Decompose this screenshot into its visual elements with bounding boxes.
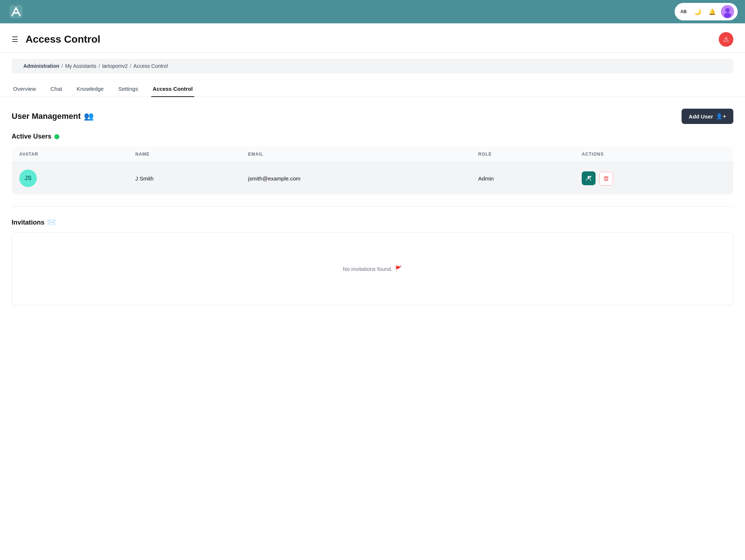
user-avatar: JS xyxy=(19,170,37,187)
active-users-title: Active Users xyxy=(12,133,733,140)
col-avatar: AVATAR xyxy=(12,147,128,162)
alert-button[interactable]: ⚠ xyxy=(719,32,733,47)
tab-chat[interactable]: Chat xyxy=(49,82,64,97)
user-management-title: User Management 👥 xyxy=(12,112,94,121)
tab-settings[interactable]: Settings xyxy=(117,82,139,97)
breadcrumb-access-control[interactable]: Access Control xyxy=(133,63,168,69)
add-user-button[interactable]: Add User 👤+ xyxy=(682,109,733,124)
content-area: User Management 👥 Add User 👤+ Active Use… xyxy=(0,97,745,317)
users-table-body: JS J Smith jsmith@example.com Admin xyxy=(12,162,733,195)
breadcrumb-administration[interactable]: Administration xyxy=(23,63,59,69)
notification-button[interactable]: 🔔 xyxy=(706,6,718,18)
section-divider xyxy=(12,206,733,207)
no-invitations-message: No invitations found. 🚩 xyxy=(343,265,402,272)
ab-toggle-button[interactable]: AB xyxy=(678,8,689,16)
cell-role: Admin xyxy=(471,162,574,195)
invitations-title: Invitations ✉️ xyxy=(12,218,733,226)
topbar: AB 🌙 🔔 xyxy=(0,0,745,23)
tab-access-control[interactable]: Access Control xyxy=(151,82,194,97)
cell-name: J Smith xyxy=(128,162,241,195)
cell-actions xyxy=(574,162,733,195)
users-table-header: AVATAR NAME EMAIL ROLE ACTIONS xyxy=(12,147,733,162)
breadcrumb-sep-3: / xyxy=(130,63,131,69)
cell-email: jsmith@example.com xyxy=(241,162,471,195)
breadcrumb: Administration / My Assistants / tartopo… xyxy=(12,59,733,73)
main-wrapper: ☰ Access Control ⚠ Administration / My A… xyxy=(0,23,745,560)
breadcrumb-tartopomv2[interactable]: tartopomv2 xyxy=(102,63,128,69)
col-name: NAME xyxy=(128,147,241,162)
col-actions: ACTIONS xyxy=(574,147,733,162)
breadcrumb-sep-1: / xyxy=(62,63,63,69)
page-header: ☰ Access Control ⚠ xyxy=(0,23,745,53)
page-title: Access Control xyxy=(26,34,719,45)
dark-mode-button[interactable]: 🌙 xyxy=(692,6,703,18)
cell-avatar: JS xyxy=(12,162,128,195)
tab-overview[interactable]: Overview xyxy=(12,82,38,97)
topbar-controls: AB 🌙 🔔 xyxy=(675,3,738,20)
breadcrumb-my-assistants[interactable]: My Assistants xyxy=(65,63,97,69)
svg-point-2 xyxy=(725,8,730,12)
change-role-button[interactable] xyxy=(582,171,596,185)
svg-point-3 xyxy=(724,13,731,18)
tab-nav: Overview Chat Knowledge Settings Access … xyxy=(0,79,745,97)
col-role: ROLE xyxy=(471,147,574,162)
menu-icon[interactable]: ☰ xyxy=(12,35,18,44)
logo[interactable] xyxy=(7,3,25,20)
col-email: EMAIL xyxy=(241,147,471,162)
user-management-header: User Management 👥 Add User 👤+ xyxy=(12,109,733,124)
breadcrumb-sep-2: / xyxy=(98,63,100,69)
svg-rect-0 xyxy=(9,5,23,18)
tab-knowledge[interactable]: Knowledge xyxy=(75,82,105,97)
delete-user-button[interactable] xyxy=(599,172,613,186)
table-row: JS J Smith jsmith@example.com Admin xyxy=(12,162,733,195)
avatar[interactable] xyxy=(721,5,734,18)
users-table: AVATAR NAME EMAIL ROLE ACTIONS JS J Smit… xyxy=(12,146,733,195)
active-indicator xyxy=(54,134,59,139)
invitations-box: No invitations found. 🚩 xyxy=(12,232,733,305)
invitations-section: Invitations ✉️ No invitations found. 🚩 xyxy=(12,218,733,305)
